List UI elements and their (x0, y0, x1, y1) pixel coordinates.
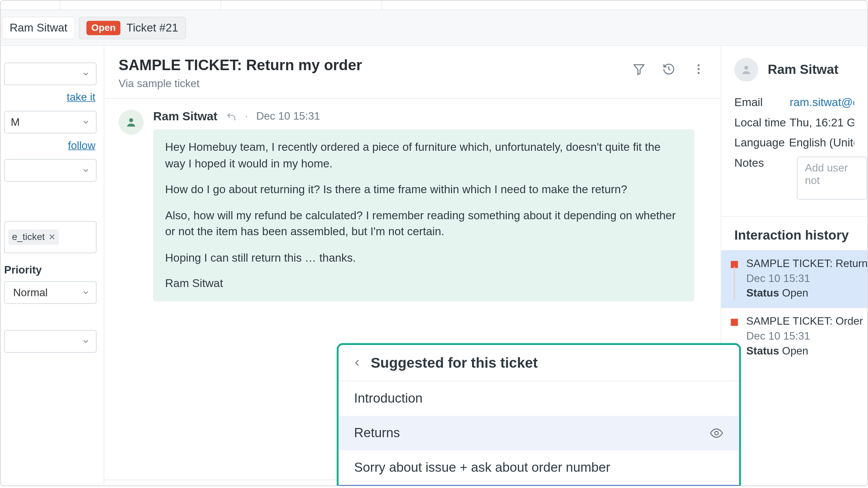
suggestion-item[interactable]: Introduction (339, 381, 739, 416)
notes-placeholder: Add user not (805, 162, 848, 186)
requester-chip-label: Ram Sitwat (9, 21, 67, 34)
message-body: Hey Homebuy team, I recently ordered a p… (153, 129, 694, 301)
history-subject: SAMPLE TICKET: Order (746, 315, 863, 328)
history-status-value: Open (782, 287, 808, 299)
requester-select[interactable] (4, 63, 96, 85)
svg-point-2 (697, 68, 699, 70)
history-item[interactable]: SAMPLE TICKET: Return Dec 10 15:31 Statu… (721, 250, 867, 308)
history-status-label: Status (746, 345, 779, 357)
status-badge-open: Open (86, 21, 120, 35)
ticket-header: SAMPLE TICKET: Return my order Via sampl… (104, 46, 721, 99)
svg-point-5 (715, 431, 718, 435)
history-subject: SAMPLE TICKET: Return (746, 257, 867, 270)
tag-chip[interactable]: e_ticket ✕ (8, 229, 59, 245)
ticket-chip[interactable]: Open Ticket #21 (79, 16, 186, 39)
customer-avatar (734, 58, 758, 82)
interaction-history-title: Interaction history (721, 217, 867, 250)
message-paragraph: Hoping I can still return this … thanks. (165, 249, 683, 266)
conversation-pane: SAMPLE TICKET: Return my order Via sampl… (104, 46, 721, 485)
message-time: Dec 10 15:31 (256, 110, 320, 123)
message-paragraph: Hey Homebuy team, I recently ordered a p… (165, 139, 683, 172)
ticket-via: Via sample ticket (119, 78, 362, 90)
history-time: Dec 10 15:31 (746, 330, 863, 343)
suggestions-title: Suggested for this ticket (371, 354, 537, 371)
suggestion-item[interactable]: Returns (339, 416, 739, 450)
email-label: Email (734, 96, 790, 109)
suggestion-label: Introduction (354, 391, 422, 406)
status-square-icon (731, 319, 738, 326)
chevron-down-icon (82, 166, 90, 175)
requester-chip[interactable]: Ram Sitwat (2, 16, 75, 39)
header-bar: Ram Sitwat Open Ticket #21 (1, 10, 867, 46)
chevron-down-icon (82, 70, 90, 78)
svg-point-4 (129, 118, 133, 122)
macro-suggestions-popover: Suggested for this ticket Introduction R… (337, 343, 741, 486)
ccs-select[interactable] (4, 159, 96, 182)
localtime-value: Thu, 16:21 GM (789, 116, 854, 129)
assignee-select[interactable]: M (4, 111, 96, 134)
customer-name: Ram Sitwat (768, 62, 838, 78)
email-value[interactable]: ram.sitwat@ex (790, 96, 854, 109)
history-status-label: Status (746, 287, 779, 299)
follow-link[interactable]: follow (4, 139, 95, 152)
suggestion-label: Sorry about issue + ask about order numb… (354, 460, 610, 475)
back-icon[interactable] (352, 358, 362, 368)
extra-select[interactable] (4, 330, 96, 353)
language-value: English (United (789, 137, 854, 150)
priority-label: Priority (4, 264, 96, 277)
priority-value: Normal (11, 286, 48, 299)
close-icon[interactable]: ✕ (48, 232, 56, 242)
filter-icon[interactable] (631, 61, 647, 77)
chevron-down-icon (82, 118, 90, 126)
tab[interactable] (60, 1, 221, 9)
properties-sidebar: take it M follow e_ticket ✕ (1, 46, 104, 485)
history-icon[interactable] (661, 61, 677, 77)
separator-dot: · (245, 110, 248, 123)
message-signature: Ram Sitwat (165, 276, 683, 292)
notes-input[interactable]: Add user not (797, 157, 867, 200)
ticket-title: SAMPLE TICKET: Return my order (119, 57, 362, 74)
tags-input[interactable]: e_ticket ✕ (4, 221, 96, 253)
localtime-label: Local time (734, 116, 790, 129)
avatar (119, 109, 144, 135)
priority-select[interactable]: Normal (4, 281, 96, 304)
message-author: Ram Sitwat (153, 109, 218, 123)
tab-strip (1, 1, 867, 10)
history-status-value: Open (782, 345, 808, 357)
svg-point-1 (697, 64, 699, 66)
take-it-link[interactable]: take it (4, 91, 95, 104)
customer-context-panel: Ram Sitwat Email ram.sitwat@ex Local tim… (721, 46, 867, 485)
tab[interactable] (221, 1, 382, 9)
message-paragraph: How do I go about returning it? Is there… (165, 181, 683, 198)
assignee-value: M (11, 116, 20, 128)
history-item[interactable]: SAMPLE TICKET: Order Dec 10 15:31 Status… (721, 308, 867, 366)
preview-icon[interactable] (709, 426, 724, 440)
language-label: Language (734, 137, 789, 150)
svg-marker-0 (634, 65, 644, 75)
macro-search-input[interactable] (339, 485, 739, 486)
history-time: Dec 10 15:31 (746, 272, 867, 285)
svg-point-3 (697, 72, 699, 74)
suggestion-label: Returns (354, 425, 400, 441)
suggestion-item[interactable]: Sorry about issue + ask about order numb… (339, 450, 739, 485)
chevron-down-icon (82, 337, 90, 346)
chevron-down-icon (82, 288, 90, 297)
message-paragraph: Also, how will my refund be calculated? … (165, 207, 683, 240)
more-icon[interactable] (691, 61, 707, 77)
reply-icon (226, 111, 237, 122)
tab[interactable] (1, 1, 60, 9)
tag-label: e_ticket (12, 232, 45, 243)
ticket-chip-label: Ticket #21 (126, 21, 178, 34)
notes-label: Notes (734, 157, 797, 170)
svg-point-7 (744, 66, 748, 70)
